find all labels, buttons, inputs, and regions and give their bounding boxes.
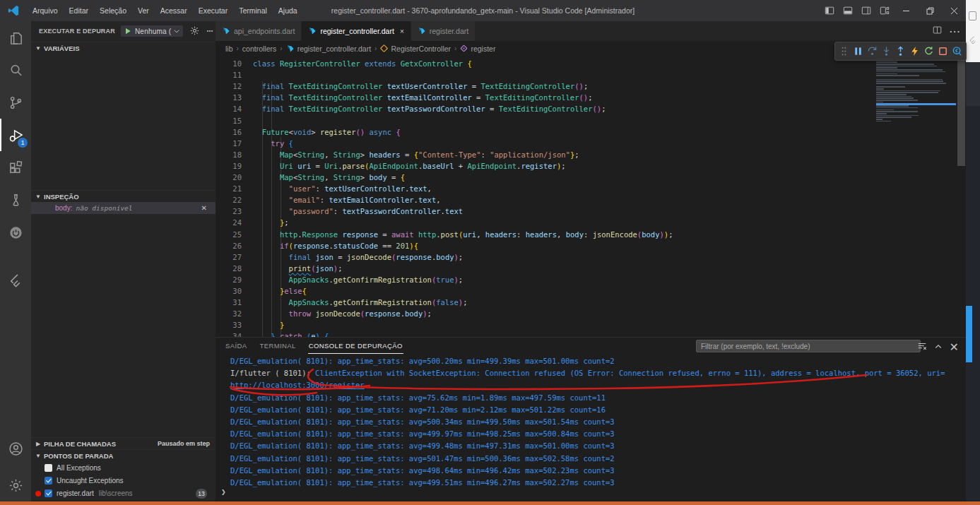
watch-expression-row[interactable]: body: não disponível ✕ bbox=[31, 202, 216, 214]
code-line[interactable]: 19 Uri uri = Uri.parse(ApiEndpoint.baseU… bbox=[216, 160, 873, 172]
hot-reload-button[interactable] bbox=[908, 44, 921, 59]
breakpoint-checkbox[interactable] bbox=[45, 489, 52, 497]
status-bar-debugging[interactable] bbox=[0, 501, 980, 505]
code-line[interactable]: 34 } catch (e) { bbox=[216, 331, 873, 337]
tab-register-dart[interactable]: register.dart bbox=[411, 21, 476, 41]
variables-section-header[interactable]: ▼ VARIÁVEIS bbox=[31, 42, 216, 54]
breakpoint-row[interactable]: register.dartlib\screens13 bbox=[31, 487, 216, 499]
console-filter-input[interactable] bbox=[696, 340, 921, 352]
breakpoint-checkbox[interactable] bbox=[45, 477, 52, 485]
editor-more-actions-icon[interactable]: ⋯ bbox=[949, 25, 960, 38]
code-line[interactable]: 13 final TextEditingController textEmail… bbox=[216, 92, 873, 103]
code-line[interactable]: 11 bbox=[216, 69, 873, 81]
code-line[interactable]: 31 AppSnacks.getConfirmRegistration(fals… bbox=[216, 297, 873, 308]
code-line[interactable]: 28 print(json); bbox=[216, 263, 873, 274]
code-line[interactable]: 26 if(response.statusCode == 201){ bbox=[216, 240, 873, 251]
step-out-button[interactable] bbox=[895, 44, 907, 59]
test-beaker-activity-item[interactable] bbox=[0, 184, 31, 216]
open-devtools-button[interactable] bbox=[950, 44, 963, 59]
code-line[interactable]: 14 final TextEditingController textPassw… bbox=[216, 103, 873, 114]
breakpoints-section-header[interactable]: ▼ PONTOS DE PARADA bbox=[31, 449, 216, 461]
step-over-button[interactable] bbox=[866, 44, 879, 59]
menu-executar[interactable]: Executar bbox=[193, 4, 233, 18]
close-tab-icon[interactable]: × bbox=[400, 28, 404, 35]
run-debug-activity-item[interactable]: 1 bbox=[0, 119, 31, 151]
extensions-activity-item[interactable] bbox=[0, 151, 31, 184]
files-activity-item[interactable] bbox=[0, 21, 31, 54]
toggle-panel-icon[interactable] bbox=[839, 1, 857, 20]
code-line[interactable]: 22 "email": textEmailController.text, bbox=[216, 194, 873, 206]
customize-layout-icon[interactable] bbox=[875, 1, 894, 20]
source-control-activity-item[interactable] bbox=[0, 86, 31, 119]
split-editor-icon[interactable] bbox=[933, 25, 942, 37]
minimize-button[interactable] bbox=[894, 0, 918, 21]
call-stack-section-header[interactable]: ▶ PILHA DE CHAMADAS Pausado em step bbox=[31, 437, 216, 449]
dart-icon bbox=[308, 27, 317, 35]
code-line[interactable]: 15 bbox=[216, 115, 873, 126]
menu-ver[interactable]: Ver bbox=[132, 4, 155, 18]
launch-config-dropdown[interactable]: Nenhuma ( bbox=[121, 25, 183, 37]
menu-seleção[interactable]: Seleção bbox=[94, 4, 132, 18]
panel-tab-sa-da[interactable]: SAÍDA bbox=[225, 339, 248, 354]
menu-terminal[interactable]: Terminal bbox=[233, 4, 273, 18]
code-editor[interactable]: 10class RegisterController extends GetxC… bbox=[216, 56, 966, 337]
debug-settings-gear-icon[interactable] bbox=[190, 26, 199, 37]
close-panel-icon[interactable]: ✕ bbox=[950, 340, 959, 354]
breadcrumb-item[interactable]: controllers bbox=[242, 44, 276, 53]
code-line[interactable]: 25 http.Response response = await http.p… bbox=[216, 229, 873, 240]
menu-ajuda[interactable]: Ajuda bbox=[273, 4, 303, 18]
pause-button[interactable] bbox=[852, 44, 865, 59]
editor-scrollbar[interactable] bbox=[957, 60, 965, 166]
search-activity-item[interactable] bbox=[0, 54, 31, 86]
code-line[interactable]: 23 "password": textPasswordController.te… bbox=[216, 206, 873, 217]
code-line[interactable]: 27 final json = jsonDecode(response.body… bbox=[216, 251, 873, 263]
maximize-panel-icon[interactable] bbox=[934, 341, 943, 354]
start-debug-icon[interactable] bbox=[124, 27, 132, 35]
breakpoint-row[interactable]: All Exceptions bbox=[31, 462, 216, 474]
account-activity-item[interactable] bbox=[0, 432, 31, 465]
panel-tab-terminal[interactable]: TERMINAL bbox=[259, 339, 297, 354]
restore-button[interactable] bbox=[918, 0, 942, 21]
close-window-button[interactable] bbox=[942, 0, 966, 21]
code-line[interactable]: 29 AppSnacks.getConfirmRegistration(true… bbox=[216, 274, 873, 285]
menu-arquivo[interactable]: Arquivo bbox=[27, 4, 64, 18]
flutter-activity-item[interactable] bbox=[0, 264, 31, 297]
breadcrumb-item[interactable]: register bbox=[460, 44, 495, 53]
code-line[interactable]: 12 final TextEditingController textUserC… bbox=[216, 81, 873, 92]
minimap[interactable] bbox=[876, 58, 956, 333]
step-into-button[interactable] bbox=[880, 44, 893, 59]
code-line[interactable]: 21 "user": textUserController.text, bbox=[216, 183, 873, 194]
code-line[interactable]: 32 throw jsonDecode(response.body); bbox=[216, 308, 873, 319]
breakpoint-row[interactable]: Uncaught Exceptions bbox=[31, 475, 216, 487]
code-line[interactable]: 20 Map<String, String> body = { bbox=[216, 172, 873, 183]
code-line[interactable]: 16 Future<void> register() async { bbox=[216, 126, 873, 138]
toggle-secondary-sidebar-icon[interactable] bbox=[857, 1, 875, 20]
panel-tab-console-de-depura-o[interactable]: CONSOLE DE DEPURAÇÃO bbox=[308, 339, 403, 354]
menu-acessar[interactable]: Acessar bbox=[155, 4, 193, 18]
code-line[interactable]: 10class RegisterController extends GetxC… bbox=[216, 58, 873, 69]
code-line[interactable]: 18 Map<String, String> headers = {"Conte… bbox=[216, 149, 873, 160]
remove-watch-icon[interactable]: ✕ bbox=[201, 204, 207, 212]
code-line[interactable]: 24 }; bbox=[216, 217, 873, 228]
stop-button[interactable] bbox=[936, 44, 949, 59]
clear-console-icon[interactable] bbox=[917, 341, 927, 354]
breadcrumb-item[interactable]: lib bbox=[225, 44, 233, 53]
tab-api_endpoints-dart[interactable]: api_endpoints.dart bbox=[216, 21, 302, 41]
breakpoint-checkbox[interactable] bbox=[45, 464, 52, 472]
tab-register_controller-dart[interactable]: register_controller.dart× bbox=[302, 21, 411, 41]
watch-section-header[interactable]: ▼ INSPEÇÃO bbox=[31, 190, 216, 202]
debug-console-prompt[interactable]: ❯ bbox=[221, 487, 226, 497]
code-line[interactable]: 30 }else{ bbox=[216, 285, 873, 297]
breadcrumb-item[interactable]: RegisterController bbox=[380, 44, 451, 53]
settings-gear-activity-item[interactable] bbox=[0, 469, 31, 501]
code-line[interactable]: 33 } bbox=[216, 319, 873, 331]
power-tool-activity-item[interactable] bbox=[0, 216, 31, 249]
sidebar-more-actions-icon[interactable]: ⋯ bbox=[206, 28, 213, 35]
toggle-sidebar-icon[interactable] bbox=[820, 1, 839, 20]
menu-editar[interactable]: Editar bbox=[64, 4, 94, 18]
code-line[interactable]: 17 try { bbox=[216, 138, 873, 149]
debug-console-output[interactable]: D/EGL_emulation( 8101): app_time_stats: … bbox=[230, 355, 965, 489]
restart-button[interactable] bbox=[922, 44, 935, 59]
console-url-link[interactable]: http://localhost:3000/register bbox=[230, 381, 365, 389]
breadcrumb-item[interactable]: register_controller.dart bbox=[286, 44, 371, 53]
